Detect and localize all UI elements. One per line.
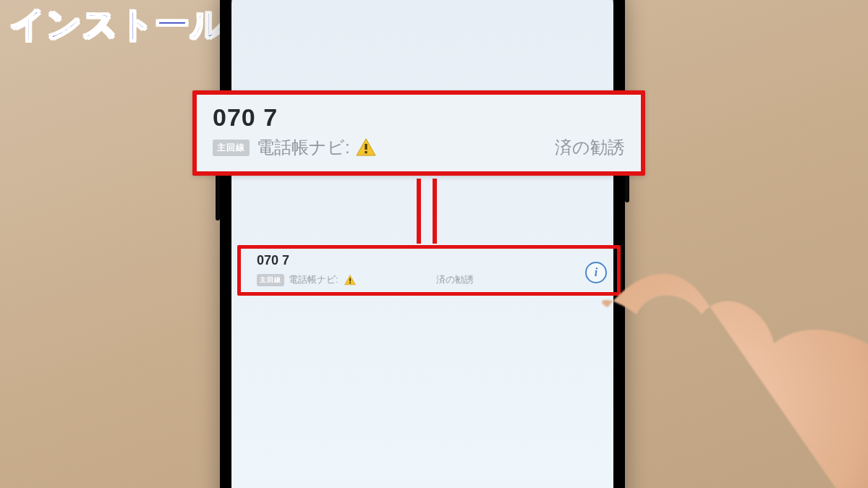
warning-icon <box>344 275 356 286</box>
call-log-row[interactable]: 070 7 主回線 電話帳ナビ: 済の勧誘 i <box>237 245 621 296</box>
line-badge: 主回線 <box>257 274 284 286</box>
volume-down-button[interactable] <box>216 170 220 221</box>
row-category: 済の勧誘 <box>436 273 474 286</box>
callout-category: 済の勧誘 <box>555 136 625 159</box>
svg-rect-2 <box>365 151 367 153</box>
phone-screen <box>231 0 613 488</box>
callout-connector <box>417 179 437 244</box>
row-phone-number: 070 7 <box>257 253 289 268</box>
info-icon[interactable]: i <box>585 262 607 283</box>
enlarged-call-entry: 070 7 主回線 電話帳ナビ: 済の勧誘 <box>192 90 645 176</box>
callout-phone-number: 070 7 <box>213 103 625 132</box>
row-detail-line: 主回線 電話帳ナビ: <box>257 273 362 286</box>
callout-detail-row: 主回線 電話帳ナビ: 済の勧誘 <box>213 136 625 159</box>
navi-label: 電話帳ナビ: <box>289 273 339 286</box>
svg-rect-5 <box>349 282 351 283</box>
warning-icon <box>356 138 376 157</box>
line-badge: 主回線 <box>213 140 250 156</box>
phone-frame <box>220 0 625 488</box>
navi-label: 電話帳ナビ: <box>257 136 350 159</box>
svg-rect-4 <box>349 278 351 281</box>
svg-rect-1 <box>365 144 367 150</box>
